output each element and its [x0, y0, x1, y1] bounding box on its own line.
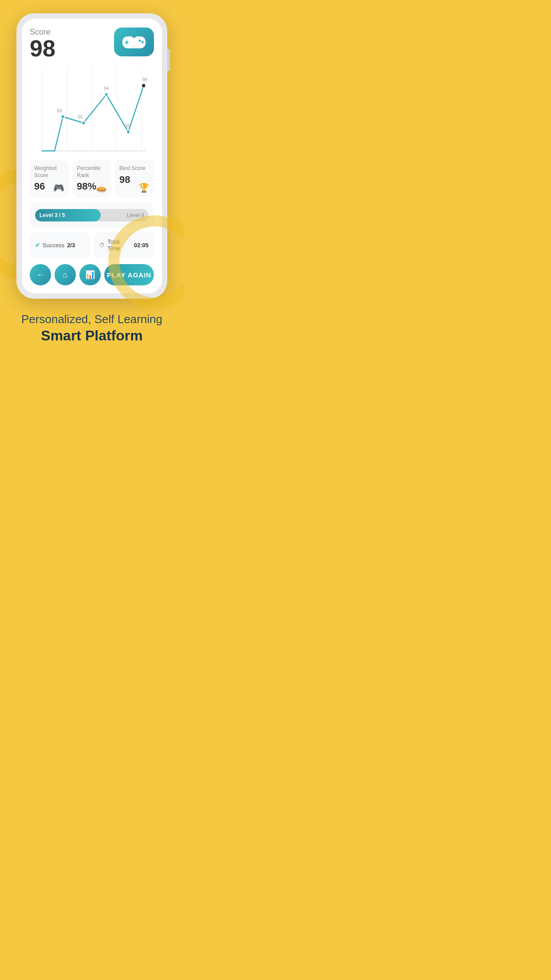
level-bar-track: Level 3 / 5 Level 4	[35, 209, 149, 221]
trophy-icon: 🏆	[138, 182, 150, 193]
percentile-icon: 🥧	[96, 182, 107, 193]
svg-point-8	[139, 39, 141, 41]
chart-svg: 60 55 94 50 98	[30, 64, 154, 153]
svg-point-18	[105, 93, 108, 96]
chart-icon: 📊	[85, 270, 95, 280]
stats-row: Weighted Score 96 🎮 Percentile Rank 98% …	[30, 160, 154, 198]
svg-point-9	[142, 41, 144, 43]
svg-text:94: 94	[104, 86, 109, 91]
back-icon: ←	[36, 270, 44, 280]
clock-icon: ⏱	[99, 242, 105, 249]
svg-point-19	[126, 130, 130, 134]
weighted-score-icon: 🎮	[53, 182, 64, 193]
time-card: ⏱ Total Time 02:05	[94, 232, 154, 258]
svg-point-20	[142, 83, 146, 88]
success-label: Success	[43, 242, 64, 249]
footer-title: Smart Platform	[21, 327, 162, 344]
level-next-label: Level 4	[127, 212, 144, 218]
weighted-score-card: Weighted Score 96 🎮	[30, 160, 69, 198]
level-current-label: Level 3 / 5	[39, 212, 65, 218]
footer-subtitle: Personalized, Self Learning	[21, 312, 162, 327]
level-progress-container: Level 3 / 5 Level 4	[30, 203, 154, 228]
best-score-card: Best Score 98 🏆	[115, 160, 154, 198]
play-again-button[interactable]: PLAY AGAIN	[104, 264, 154, 285]
percentile-card: Percentile Rank 98% 🥧	[72, 160, 111, 198]
phone-screen: Score 98 +	[22, 19, 162, 293]
success-value: 2/3	[67, 242, 75, 249]
weighted-score-label: Weighted Score	[34, 165, 64, 179]
time-label: Total Time	[107, 238, 131, 252]
controller-icon: +	[114, 28, 154, 56]
svg-text:98: 98	[142, 77, 147, 82]
best-score-label: Best Score	[119, 165, 150, 172]
footer-section: Personalized, Self Learning Smart Platfo…	[21, 312, 162, 344]
bottom-stats: ✔ Success 2/3 ⏱ Total Time 02:05	[30, 232, 154, 258]
time-value: 02:05	[134, 242, 149, 249]
svg-rect-7	[125, 42, 129, 43]
home-icon: ⌂	[63, 270, 68, 280]
controller-overlay	[118, 31, 150, 53]
action-row: ← ⌂ 📊 PLAY AGAIN	[30, 264, 154, 285]
svg-point-17	[82, 121, 85, 125]
chart-button[interactable]: 📊	[79, 264, 101, 285]
home-button[interactable]: ⌂	[55, 264, 76, 285]
score-chart: 60 55 94 50 98	[30, 64, 154, 153]
score-header: Score 98 +	[30, 28, 154, 60]
percentile-label: Percentile Rank	[77, 165, 107, 179]
svg-text:50: 50	[126, 123, 130, 128]
svg-text:55: 55	[78, 114, 83, 119]
back-button[interactable]: ←	[30, 264, 51, 285]
level-bar-fill: Level 3 / 5	[35, 209, 101, 221]
success-card: ✔ Success 2/3	[30, 232, 90, 258]
svg-text:60: 60	[57, 108, 62, 113]
check-icon: ✔	[35, 242, 40, 249]
svg-point-16	[61, 115, 64, 119]
score-section: Score 98	[30, 28, 55, 60]
score-value: 98	[30, 37, 55, 60]
phone-mockup: Score 98 +	[16, 13, 167, 299]
